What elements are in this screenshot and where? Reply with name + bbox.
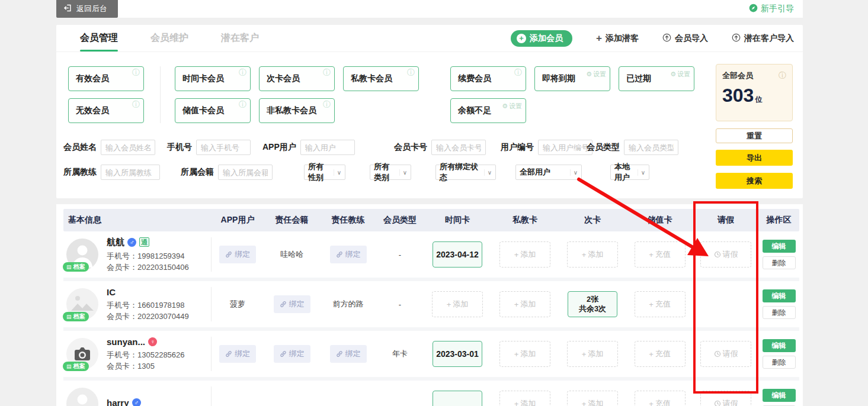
member-name[interactable]: harry [107,398,129,406]
filter-card-non-pt-members[interactable]: 非私教卡会员 ⓘ [259,98,335,123]
settings-button[interactable]: ⚙设置 [586,70,606,79]
gear-icon: ⚙ [586,70,592,78]
reset-button[interactable]: 重置 [716,128,793,143]
add-pt-card-button[interactable]: +添加 [499,391,550,406]
bind-button[interactable]: 绑定 [219,345,256,363]
basic-info-cell: ▤档案 航航 ♂ 通 手机号：19981259394 会员卡：202203150… [63,231,212,278]
settings-button[interactable]: ⚙设置 [502,102,522,111]
filter-card-invalid-members[interactable]: 无效会员 ⓘ [68,98,144,123]
recharge-button[interactable]: +充值 [635,241,686,268]
member-name[interactable]: IC [107,287,116,297]
membership-consultant-input[interactable] [218,165,273,180]
add-time-card-button[interactable]: +添加 [432,291,483,317]
gender-select[interactable]: 所有性别∨ [304,165,345,180]
time-card-button[interactable]: 2023-03-01 [433,341,482,367]
add-pt-card-button[interactable]: +添加 [499,241,550,268]
bind-button[interactable]: 绑定 [274,345,310,363]
bind-button[interactable]: 绑定 [330,345,367,363]
category-select[interactable]: 所有类别∨ [370,165,411,180]
info-icon[interactable]: ⓘ [132,69,140,76]
info-icon[interactable]: ⓘ [323,69,331,76]
member-name[interactable]: 航航 [107,237,124,248]
leave-button[interactable]: 请假 [700,341,751,367]
member-import-button[interactable]: 会员导入 [662,33,708,44]
phone-input[interactable] [196,140,251,155]
avatar[interactable] [66,388,99,406]
time-card-button[interactable]: 2023-04-12 [433,241,482,268]
back-to-admin-button[interactable]: 返回后台 [56,0,118,18]
delete-button[interactable]: 删除 [763,306,796,319]
prospect-import-button[interactable]: 潜在客户导入 [732,33,794,44]
filter-card-low-balance[interactable]: 余额不足 ⚙设置 [450,98,526,123]
add-pt-card-button[interactable]: +添加 [499,341,550,367]
edit-button[interactable]: 编辑 [763,389,796,402]
avatar[interactable]: ▤档案 [66,338,99,370]
time-card-button[interactable] [433,391,482,406]
filter-card-time-card-members[interactable]: 时间卡会员 ⓘ [175,66,251,91]
chevron-down-icon: ∨ [334,169,341,176]
bind-status-select[interactable]: 所有绑定状态∨ [435,165,496,180]
delete-button[interactable]: 删除 [763,256,796,269]
add-count-card-button[interactable]: +添加 [567,341,618,367]
member-card-no-input[interactable] [431,140,486,155]
filter-card-pt-card-members[interactable]: 私教卡会员 ⓘ [343,66,419,91]
filter-card-stored-value-members[interactable]: 储值卡会员 ⓘ [175,98,251,123]
avatar[interactable]: ▤档案 [66,239,99,270]
info-icon[interactable]: ⓘ [132,101,140,108]
bind-button[interactable]: 绑定 [274,295,310,313]
field-member-type: 会员类型 [587,140,678,155]
recharge-button[interactable]: +充值 [635,341,686,367]
member-name-input[interactable] [101,140,155,155]
member-phone: 16601978198 [137,301,185,310]
user-scope-select[interactable]: 全部用户∨ [515,165,582,180]
tab-member-management[interactable]: 会员管理 [80,25,118,51]
plus-icon: + [649,300,654,309]
tab-member-maintenance[interactable]: 会员维护 [150,25,188,51]
filter-card-expired[interactable]: 已过期 ⚙设置 [619,66,694,91]
export-button[interactable]: 导出 [716,150,793,166]
add-member-button[interactable]: + 添加会员 [511,30,572,47]
member-type-input[interactable] [624,140,678,155]
archive-badge[interactable]: ▤档案 [63,262,89,272]
add-prospect-button[interactable]: + 添加潜客 [596,33,639,44]
edit-button[interactable]: 编辑 [763,240,796,253]
count-card-button[interactable]: 2张共余3次 [568,291,617,317]
user-id-input[interactable] [538,140,592,155]
archive-badge[interactable]: ▤档案 [63,362,89,371]
info-icon[interactable]: ⓘ [323,101,331,108]
field-member-name: 会员姓名 [63,140,155,155]
info-icon[interactable]: ⓘ [239,69,246,76]
tab-potential-customers[interactable]: 潜在客户 [221,25,259,51]
add-count-card-button[interactable]: +添加 [567,391,618,406]
add-count-card-button[interactable]: +添加 [567,241,618,268]
info-icon[interactable]: ⓘ [239,101,246,108]
delete-button[interactable]: 删除 [763,356,796,369]
search-button[interactable]: 搜索 [716,173,793,189]
add-pt-card-button[interactable]: +添加 [499,291,550,317]
filter-card-expiring-soon[interactable]: 即将到期 ⚙设置 [534,66,610,91]
filter-card-count-card-members[interactable]: 次卡会员 ⓘ [259,66,335,91]
info-icon[interactable]: ⓘ [514,69,522,76]
newbie-guide-button[interactable]: 新手引导 [749,4,794,14]
filter-card-renewal-members[interactable]: 续费会员 ⓘ [450,66,526,91]
member-type-cell: 年卡 [376,331,424,377]
bind-button[interactable]: 绑定 [219,246,256,263]
edit-button[interactable]: 编辑 [763,339,796,352]
coach-input[interactable] [101,165,160,180]
bind-button[interactable]: 绑定 [330,246,367,263]
app-user-input[interactable] [300,140,355,155]
info-icon[interactable]: ⓘ [779,70,786,81]
avatar[interactable]: ▤档案 [66,288,99,320]
local-user-select[interactable]: 本地用户∨ [610,165,649,180]
leave-button[interactable]: 请假 [700,241,751,268]
member-name[interactable]: sunyan... [107,337,145,347]
archive-badge[interactable]: ▤档案 [63,312,89,321]
edit-button[interactable]: 编辑 [763,289,796,302]
gear-icon: ⚙ [502,102,508,110]
recharge-button[interactable]: +充值 [635,391,686,406]
recharge-button[interactable]: +充值 [635,291,686,317]
leave-button[interactable]: 请假 [700,391,751,406]
settings-button[interactable]: ⚙设置 [670,70,690,79]
filter-card-valid-members[interactable]: 有效会员 ⓘ [68,66,144,91]
info-icon[interactable]: ⓘ [407,69,415,76]
